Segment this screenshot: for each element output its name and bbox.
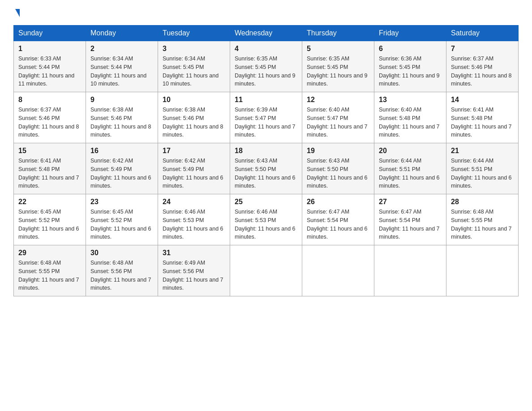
col-header-thursday: Thursday — [302, 26, 374, 41]
day-number: 16 — [90, 147, 153, 155]
calendar-cell: 1 Sunrise: 6:33 AMSunset: 5:44 PMDayligh… — [14, 41, 86, 92]
day-info: Sunrise: 6:41 AMSunset: 5:48 PMDaylight:… — [18, 158, 79, 189]
day-number: 25 — [235, 198, 297, 206]
day-info: Sunrise: 6:43 AMSunset: 5:50 PMDaylight:… — [235, 158, 296, 189]
day-number: 15 — [18, 147, 81, 155]
logo-triangle-icon — [15, 9, 20, 17]
calendar-cell: 25 Sunrise: 6:46 AMSunset: 5:53 PMDaylig… — [230, 194, 302, 245]
day-number: 23 — [90, 198, 153, 206]
day-number: 31 — [163, 249, 225, 257]
day-info: Sunrise: 6:41 AMSunset: 5:48 PMDaylight:… — [451, 107, 512, 138]
calendar-cell — [374, 245, 446, 296]
day-info: Sunrise: 6:40 AMSunset: 5:48 PMDaylight:… — [379, 107, 440, 138]
col-header-sunday: Sunday — [14, 26, 86, 41]
day-number: 12 — [307, 96, 369, 104]
calendar-cell: 27 Sunrise: 6:47 AMSunset: 5:54 PMDaylig… — [374, 194, 446, 245]
logo — [13, 9, 20, 17]
calendar-cell: 18 Sunrise: 6:43 AMSunset: 5:50 PMDaylig… — [230, 143, 302, 194]
day-number: 21 — [451, 147, 514, 155]
day-info: Sunrise: 6:34 AMSunset: 5:44 PMDaylight:… — [90, 56, 146, 87]
calendar-cell: 26 Sunrise: 6:47 AMSunset: 5:54 PMDaylig… — [302, 194, 374, 245]
calendar-cell: 21 Sunrise: 6:44 AMSunset: 5:51 PMDaylig… — [446, 143, 519, 194]
day-number: 30 — [90, 249, 153, 257]
day-info: Sunrise: 6:48 AMSunset: 5:55 PMDaylight:… — [18, 260, 79, 291]
day-info: Sunrise: 6:46 AMSunset: 5:53 PMDaylight:… — [235, 209, 296, 240]
calendar-cell: 5 Sunrise: 6:35 AMSunset: 5:45 PMDayligh… — [302, 41, 374, 92]
calendar-cell: 31 Sunrise: 6:49 AMSunset: 5:56 PMDaylig… — [158, 245, 230, 296]
day-number: 14 — [451, 96, 514, 104]
calendar-cell: 11 Sunrise: 6:39 AMSunset: 5:47 PMDaylig… — [230, 92, 302, 143]
calendar-cell: 16 Sunrise: 6:42 AMSunset: 5:49 PMDaylig… — [86, 143, 158, 194]
day-number: 28 — [451, 198, 514, 206]
day-number: 6 — [379, 45, 442, 53]
day-info: Sunrise: 6:45 AMSunset: 5:52 PMDaylight:… — [90, 209, 151, 240]
calendar-cell — [446, 245, 519, 296]
calendar-cell: 6 Sunrise: 6:36 AMSunset: 5:45 PMDayligh… — [374, 41, 446, 92]
day-info: Sunrise: 6:37 AMSunset: 5:46 PMDaylight:… — [18, 107, 79, 138]
col-header-friday: Friday — [374, 26, 446, 41]
day-number: 1 — [18, 45, 81, 53]
day-number: 27 — [379, 198, 442, 206]
day-info: Sunrise: 6:40 AMSunset: 5:47 PMDaylight:… — [307, 107, 368, 138]
calendar-cell: 20 Sunrise: 6:44 AMSunset: 5:51 PMDaylig… — [374, 143, 446, 194]
col-header-tuesday: Tuesday — [158, 26, 230, 41]
day-info: Sunrise: 6:47 AMSunset: 5:54 PMDaylight:… — [379, 209, 440, 240]
col-header-monday: Monday — [86, 26, 158, 41]
day-info: Sunrise: 6:38 AMSunset: 5:46 PMDaylight:… — [163, 107, 223, 138]
day-info: Sunrise: 6:43 AMSunset: 5:50 PMDaylight:… — [307, 158, 368, 189]
day-info: Sunrise: 6:37 AMSunset: 5:46 PMDaylight:… — [451, 56, 512, 87]
calendar-cell: 4 Sunrise: 6:35 AMSunset: 5:45 PMDayligh… — [230, 41, 302, 92]
col-header-wednesday: Wednesday — [230, 26, 302, 41]
page-header — [13, 9, 519, 17]
day-info: Sunrise: 6:34 AMSunset: 5:45 PMDaylight:… — [163, 56, 219, 87]
day-number: 3 — [163, 45, 225, 53]
day-info: Sunrise: 6:46 AMSunset: 5:53 PMDaylight:… — [163, 209, 223, 240]
day-info: Sunrise: 6:48 AMSunset: 5:55 PMDaylight:… — [451, 209, 512, 240]
calendar-cell: 8 Sunrise: 6:37 AMSunset: 5:46 PMDayligh… — [14, 92, 86, 143]
calendar-cell: 10 Sunrise: 6:38 AMSunset: 5:46 PMDaylig… — [158, 92, 230, 143]
calendar-cell: 19 Sunrise: 6:43 AMSunset: 5:50 PMDaylig… — [302, 143, 374, 194]
day-info: Sunrise: 6:44 AMSunset: 5:51 PMDaylight:… — [379, 158, 440, 189]
calendar-cell: 12 Sunrise: 6:40 AMSunset: 5:47 PMDaylig… — [302, 92, 374, 143]
col-header-saturday: Saturday — [446, 26, 519, 41]
day-number: 29 — [18, 249, 81, 257]
calendar-cell: 22 Sunrise: 6:45 AMSunset: 5:52 PMDaylig… — [14, 194, 86, 245]
calendar-cell: 15 Sunrise: 6:41 AMSunset: 5:48 PMDaylig… — [14, 143, 86, 194]
day-number: 17 — [163, 147, 225, 155]
day-number: 22 — [18, 198, 81, 206]
day-number: 9 — [90, 96, 153, 104]
day-info: Sunrise: 6:35 AMSunset: 5:45 PMDaylight:… — [235, 56, 296, 87]
calendar-cell: 23 Sunrise: 6:45 AMSunset: 5:52 PMDaylig… — [86, 194, 158, 245]
day-info: Sunrise: 6:47 AMSunset: 5:54 PMDaylight:… — [307, 209, 368, 240]
day-number: 19 — [307, 147, 369, 155]
calendar-table: SundayMondayTuesdayWednesdayThursdayFrid… — [13, 25, 519, 296]
day-info: Sunrise: 6:42 AMSunset: 5:49 PMDaylight:… — [163, 158, 223, 189]
day-number: 10 — [163, 96, 225, 104]
calendar-cell: 13 Sunrise: 6:40 AMSunset: 5:48 PMDaylig… — [374, 92, 446, 143]
day-info: Sunrise: 6:39 AMSunset: 5:47 PMDaylight:… — [235, 107, 296, 138]
day-number: 11 — [235, 96, 297, 104]
calendar-cell: 7 Sunrise: 6:37 AMSunset: 5:46 PMDayligh… — [446, 41, 519, 92]
day-info: Sunrise: 6:44 AMSunset: 5:51 PMDaylight:… — [451, 158, 512, 189]
day-info: Sunrise: 6:38 AMSunset: 5:46 PMDaylight:… — [90, 107, 151, 138]
day-number: 13 — [379, 96, 442, 104]
calendar-cell: 3 Sunrise: 6:34 AMSunset: 5:45 PMDayligh… — [158, 41, 230, 92]
day-info: Sunrise: 6:48 AMSunset: 5:56 PMDaylight:… — [90, 260, 151, 291]
calendar-cell: 29 Sunrise: 6:48 AMSunset: 5:55 PMDaylig… — [14, 245, 86, 296]
day-info: Sunrise: 6:49 AMSunset: 5:56 PMDaylight:… — [163, 260, 223, 291]
day-info: Sunrise: 6:35 AMSunset: 5:45 PMDaylight:… — [307, 56, 368, 87]
calendar-cell: 24 Sunrise: 6:46 AMSunset: 5:53 PMDaylig… — [158, 194, 230, 245]
day-number: 2 — [90, 45, 153, 53]
day-info: Sunrise: 6:42 AMSunset: 5:49 PMDaylight:… — [90, 158, 151, 189]
day-number: 26 — [307, 198, 369, 206]
calendar-cell: 28 Sunrise: 6:48 AMSunset: 5:55 PMDaylig… — [446, 194, 519, 245]
calendar-cell: 30 Sunrise: 6:48 AMSunset: 5:56 PMDaylig… — [86, 245, 158, 296]
day-number: 18 — [235, 147, 297, 155]
day-number: 8 — [18, 96, 81, 104]
calendar-cell — [230, 245, 302, 296]
day-number: 5 — [307, 45, 369, 53]
day-number: 24 — [163, 198, 225, 206]
day-number: 4 — [235, 45, 297, 53]
day-number: 7 — [451, 45, 514, 53]
day-number: 20 — [379, 147, 442, 155]
